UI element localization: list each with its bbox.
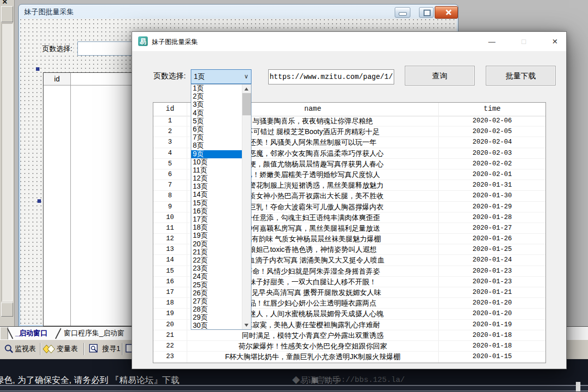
dropdown-item[interactable]: 14页 — [191, 191, 242, 199]
table-cell-id: 5 — [153, 159, 187, 169]
table-cell-id: 7 — [153, 180, 187, 190]
table-cell-time: 2020-02-01 — [439, 169, 545, 180]
dropdown-item[interactable]: 4页 — [191, 109, 242, 117]
table-cell-id: 15 — [153, 266, 187, 276]
tab-window-program-set[interactable]: 窗口程序集_启动窗 — [64, 329, 124, 338]
tab-startup-window[interactable]: _启动窗口 — [15, 329, 48, 338]
dropdown-item[interactable]: 7页 — [191, 134, 242, 142]
table-cell-time: 2020-01-14 — [439, 362, 545, 363]
dropdown-item[interactable]: 17页 — [191, 215, 242, 224]
banner-text: 绿色, 为了确保安全, 请务必到 『精易论坛』下载 — [0, 374, 180, 386]
table-cell-time: 2020-01-19 — [439, 320, 545, 330]
search-panel-icon — [89, 344, 99, 354]
designer-minimize-button[interactable] — [395, 7, 410, 18]
table-cell-id: 11 — [153, 223, 187, 233]
table-cell-name: 同时满足，模特艾小青真空户外露出双重诱惑 — [187, 330, 439, 340]
banner-bullet-icon — [312, 377, 318, 383]
table-cell-time: 2020-01-24 — [439, 255, 545, 265]
dropdown-item[interactable]: 21页 — [191, 248, 242, 256]
combobox-value: 1页 — [194, 70, 205, 83]
designer-close-button[interactable] — [435, 6, 458, 19]
dropdown-item[interactable]: 28页 — [191, 306, 242, 314]
batch-download-button[interactable]: 批量下载 — [486, 66, 556, 85]
table-cell-id: 4 — [153, 148, 187, 158]
dropdown-item[interactable]: 6页 — [191, 125, 242, 134]
chevron-down-icon[interactable]: ∨ — [244, 70, 248, 83]
dropdown-item[interactable]: 1页 — [191, 84, 242, 93]
table-row[interactable]: 24姐姐给你检查身体！黑衣护士朱可儿香艳高污非看不可2020-01-14 — [153, 362, 545, 363]
scrollbar-thumb[interactable] — [242, 93, 251, 115]
table-row[interactable]: 21同时满足，模特艾小青真空户外露出双重诱惑2020-01-18 — [153, 330, 545, 341]
dropdown-item[interactable]: 20页 — [191, 240, 242, 248]
dialog-titlebar[interactable]: 易 妹子图批量采集 — □ ✕ — [132, 32, 566, 51]
table-cell-time: 2020-01-15 — [439, 352, 545, 362]
table-cell-id: 9 — [153, 202, 187, 212]
maximize-button[interactable]: □ — [512, 32, 535, 51]
scroll-up-button[interactable] — [242, 84, 251, 93]
minimize-button[interactable]: — — [480, 32, 503, 51]
table-row[interactable]: 22荷尔蒙爆炸！性感美女小热巴化身空姐跟你回家2020-01-18 — [153, 341, 545, 352]
page-select-combobox[interactable]: 1页 ∨ — [191, 69, 251, 84]
table-cell-id: 21 — [153, 330, 187, 340]
magnifier-icon — [4, 344, 14, 354]
query-button[interactable]: 查询 — [405, 66, 475, 85]
column-divider — [70, 73, 71, 326]
dropdown-item[interactable]: 12页 — [191, 175, 242, 183]
dropdown-item[interactable]: 22页 — [191, 256, 242, 265]
dropdown-item[interactable]: 29页 — [191, 314, 242, 322]
selection-handle[interactable] — [36, 67, 39, 71]
table-cell-id: 17 — [153, 287, 187, 297]
dropdown-item[interactable]: 27页 — [191, 297, 242, 306]
dropdown-item[interactable]: 15页 — [191, 199, 242, 207]
dropdown-item[interactable]: 23页 — [191, 265, 242, 273]
table-cell-id: 3 — [153, 137, 187, 147]
table-cell-time: 2020-01-30 — [439, 191, 545, 201]
designer-maximize-button[interactable] — [419, 7, 434, 18]
arrow-up-icon — [244, 88, 248, 91]
panel-scroll-down-button[interactable] — [1, 302, 13, 317]
dropdown-item[interactable]: 25页 — [191, 281, 242, 289]
dropdown-item[interactable]: 26页 — [191, 289, 242, 297]
page-select-label: 页数选择: — [153, 71, 186, 81]
dropdown-item[interactable]: 30页 — [191, 322, 242, 330]
table-cell-time: 2020-01-20 — [439, 309, 545, 319]
dropdown-item[interactable]: 8页 — [191, 142, 242, 150]
url-input[interactable]: https://www.mzitu.com/page/1/ — [268, 69, 394, 84]
listbox-scrollbar[interactable] — [242, 84, 251, 329]
toolbar-separator — [83, 343, 85, 355]
page-size-listbox: 1页2页3页4页5页6页7页8页9页10页11页12页13页14页15页16页1… — [191, 84, 251, 330]
column-header-time[interactable]: time — [439, 103, 545, 116]
column-header-id[interactable]: id — [153, 103, 187, 116]
dialog-title: 妹子图批量采集 — [152, 37, 198, 47]
close-button[interactable]: ✕ — [543, 32, 566, 51]
table-row[interactable]: 23F杯大胸堪比奶牛，童颜巨乳小尤奈透明JK制服火辣爆棚2020-01-15 — [153, 352, 545, 362]
panel-scroll-up-button[interactable] — [1, 6, 13, 22]
dropdown-item[interactable]: 3页 — [191, 101, 242, 109]
table-cell-time: 2020-02-03 — [439, 148, 545, 158]
toolbar-separator — [40, 343, 41, 355]
dropdown-item[interactable]: 16页 — [191, 207, 242, 215]
selection-handle[interactable] — [37, 199, 41, 203]
table-cell-id: 16 — [153, 277, 187, 287]
table-cell-name: F杯大胸堪比奶牛，童颜巨乳小尤奈透明JK制服火辣爆棚 — [187, 352, 439, 362]
search1-button[interactable]: 搜寻1 — [102, 344, 120, 354]
table-cell-id: 10 — [153, 212, 187, 223]
dropdown-item[interactable]: 5页 — [191, 117, 242, 125]
dropdown-item[interactable]: 9页 — [191, 150, 242, 158]
variable-table-button[interactable]: 变量表 — [57, 344, 78, 354]
dropdown-item[interactable]: 24页 — [191, 273, 242, 281]
scroll-down-button[interactable] — [242, 321, 251, 329]
dropdown-item[interactable]: 19页 — [191, 232, 242, 240]
dropdown-item[interactable]: 10页 — [191, 158, 242, 166]
dropdown-item[interactable]: 11页 — [191, 166, 242, 175]
dropdown-item[interactable]: 2页 — [191, 93, 242, 101]
dropdown-item[interactable]: 18页 — [191, 224, 242, 232]
designer-page-label[interactable]: 页数选择: — [41, 45, 73, 54]
app-dialog: 易 妹子图批量采集 — □ ✕ 页数选择: 1页 ∨ https://www.m… — [132, 31, 567, 369]
panel-scrollbar-track[interactable] — [2, 23, 13, 301]
dropdown-item[interactable]: 13页 — [191, 183, 242, 191]
panel-close-icon[interactable]: ✕ — [2, 0, 8, 6]
table-cell-time: 2020-01-31 — [439, 180, 545, 190]
watch-table-button[interactable]: 监视表 — [15, 344, 36, 354]
listbox-items: 1页2页3页4页5页6页7页8页9页10页11页12页13页14页15页16页1… — [191, 84, 242, 329]
